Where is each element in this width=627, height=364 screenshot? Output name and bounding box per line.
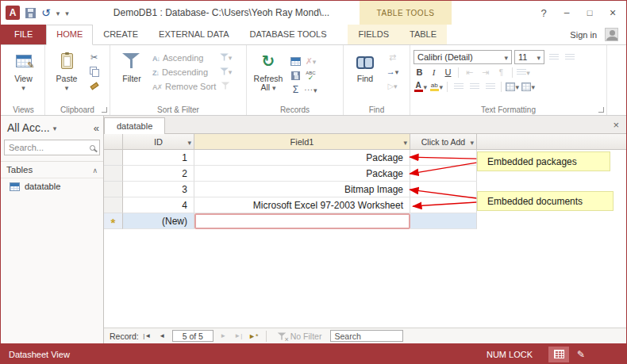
font-size-combo[interactable]: 11 (514, 50, 544, 64)
click-to-add-caret-icon[interactable] (470, 137, 474, 147)
new-row-selector[interactable] (104, 213, 123, 229)
qat-customize-icon[interactable] (65, 8, 69, 17)
tab-external-data[interactable]: EXTERNAL DATA (148, 25, 239, 44)
cell-field1[interactable]: Bitmap Image (194, 182, 410, 197)
close-button[interactable] (602, 4, 623, 21)
selection-button[interactable] (218, 51, 232, 63)
new-record-button[interactable] (289, 55, 302, 67)
collapse-chevron-icon[interactable] (92, 165, 98, 174)
field1-column-menu-icon[interactable] (403, 137, 407, 147)
cell-click-to-add[interactable] (410, 166, 477, 182)
list-options-button[interactable] (517, 66, 530, 79)
numbering-button[interactable] (563, 51, 576, 63)
first-record-button[interactable] (140, 330, 154, 342)
cell-field1[interactable]: Package (194, 166, 410, 182)
gridlines-button[interactable] (506, 80, 519, 93)
active-cell-field1[interactable] (194, 213, 410, 229)
paste-button[interactable]: Paste (48, 47, 85, 104)
maximize-button[interactable] (579, 4, 600, 21)
tab-table[interactable]: TABLE (399, 25, 447, 44)
last-record-button[interactable] (232, 330, 245, 342)
tab-file[interactable]: FILE (1, 25, 46, 44)
cell-click-to-add[interactable] (410, 197, 477, 213)
design-view-button[interactable] (571, 347, 591, 362)
cell-field1[interactable]: Package (194, 150, 410, 166)
remove-sort-button[interactable]: Remove Sort (152, 79, 216, 93)
next-record-button[interactable] (217, 330, 230, 342)
cell-id[interactable]: 4 (123, 197, 194, 213)
no-filter-button[interactable]: No Filter (272, 331, 325, 341)
goto-button[interactable] (386, 65, 399, 78)
help-button[interactable] (533, 4, 554, 21)
nav-search-box[interactable] (4, 140, 100, 155)
underline-button[interactable]: U (442, 66, 454, 79)
spelling-button[interactable] (304, 69, 317, 82)
italic-button[interactable]: I (428, 66, 440, 79)
undo-caret-icon[interactable] (56, 8, 60, 17)
advanced-filter-button[interactable] (218, 65, 232, 78)
bullets-button[interactable] (547, 51, 560, 63)
highlight-color-button[interactable] (429, 80, 443, 93)
find-button[interactable]: Find (347, 47, 383, 104)
cell-click-to-add[interactable] (410, 150, 477, 166)
increase-indent-button[interactable] (479, 66, 492, 79)
record-position-box[interactable]: 5 of 5 (172, 330, 213, 342)
cell-id-new[interactable]: (New) (123, 213, 194, 229)
nav-item-datatable[interactable]: datatable (1, 178, 103, 194)
minimize-button[interactable] (556, 4, 577, 21)
record-search-input[interactable] (330, 330, 403, 342)
view-button[interactable]: View (6, 47, 41, 104)
row-selector[interactable] (104, 150, 123, 166)
clipboard-dialog-launcher[interactable] (102, 107, 107, 113)
column-header-field1[interactable]: Field1 (194, 134, 410, 150)
paragraph-direction-button[interactable] (494, 66, 508, 79)
id-column-menu-icon[interactable] (187, 137, 191, 147)
save-record-button[interactable] (289, 69, 302, 82)
align-left-button[interactable] (452, 80, 465, 93)
save-icon[interactable] (25, 8, 36, 18)
align-right-button[interactable] (483, 80, 497, 93)
document-close-button[interactable] (613, 119, 619, 131)
replace-button[interactable] (386, 51, 399, 63)
access-app-icon[interactable] (6, 6, 20, 20)
copy-button[interactable] (87, 65, 101, 78)
alternate-row-color-button[interactable] (521, 80, 535, 93)
cell-click-to-add[interactable] (410, 213, 477, 229)
select-button[interactable] (386, 79, 399, 92)
nav-search-input[interactable] (9, 143, 90, 152)
refresh-all-button[interactable]: Refresh All (250, 47, 287, 104)
nav-pane-menu-caret-icon[interactable] (53, 123, 57, 132)
ascending-button[interactable]: Ascending (152, 51, 216, 64)
cell-id[interactable]: 3 (123, 182, 194, 197)
sign-in-link[interactable]: Sign in (570, 30, 597, 40)
cell-id[interactable]: 1 (123, 150, 194, 166)
font-color-button[interactable] (414, 80, 427, 93)
totals-button[interactable] (289, 83, 302, 96)
toggle-filter-button[interactable] (218, 79, 232, 92)
previous-record-button[interactable] (156, 330, 169, 342)
bold-button[interactable]: B (414, 66, 425, 79)
filter-button[interactable]: Filter (113, 47, 150, 104)
datasheet-view-button[interactable] (548, 347, 569, 362)
shutter-bar-close-icon[interactable] (94, 122, 99, 134)
align-center-button[interactable] (467, 80, 481, 93)
tab-fields[interactable]: FIELDS (348, 25, 399, 44)
row-selector[interactable] (104, 166, 123, 182)
delete-record-button[interactable] (304, 55, 317, 67)
decrease-indent-button[interactable] (463, 66, 476, 79)
descending-button[interactable]: Descending (152, 65, 216, 79)
document-tab-datatable[interactable]: datatable (104, 117, 165, 134)
column-header-id[interactable]: ID (123, 134, 194, 150)
format-painter-button[interactable] (87, 79, 101, 92)
nav-section-tables[interactable]: Tables (1, 161, 103, 178)
cell-click-to-add[interactable] (410, 182, 477, 197)
column-header-click-to-add[interactable]: Click to Add (410, 134, 477, 150)
text-formatting-dialog-launcher[interactable] (598, 107, 604, 113)
tab-create[interactable]: CREATE (93, 25, 148, 44)
undo-icon[interactable] (41, 6, 51, 19)
more-records-button[interactable] (304, 83, 317, 96)
font-name-combo[interactable]: Calibri (Detail) (414, 50, 512, 64)
cell-field1[interactable]: Microsoft Excel 97-2003 Worksheet (194, 197, 410, 213)
tab-home[interactable]: HOME (46, 25, 93, 45)
cut-button[interactable] (87, 51, 101, 63)
